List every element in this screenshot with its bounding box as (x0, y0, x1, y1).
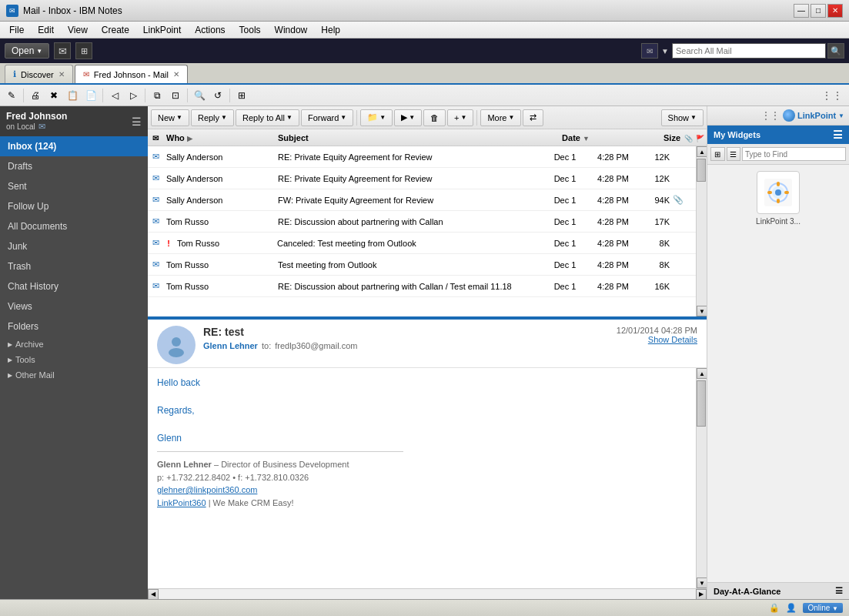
menu-create[interactable]: Create (95, 22, 135, 38)
etb-sync-button[interactable]: ⇄ (523, 109, 543, 126)
menu-edit[interactable]: Edit (32, 22, 60, 38)
menu-help[interactable]: Help (315, 22, 346, 38)
tab-discover-close[interactable]: ✕ (58, 70, 65, 79)
sidebar-item-inbox[interactable]: Inbox (124) (0, 136, 148, 156)
sidebar-item-followup[interactable]: Follow Up (0, 196, 148, 216)
etb-add-button[interactable]: + ▼ (447, 109, 473, 126)
sidebar-item-drafts[interactable]: Drafts (0, 156, 148, 176)
email-row[interactable]: ✉ Tom Russo RE: Discussion about partner… (148, 211, 696, 233)
tb2-more-icon[interactable]: ⋮⋮ (818, 89, 846, 102)
tb2-delete-icon[interactable]: ✖ (45, 88, 62, 103)
tb2-sep1 (23, 89, 24, 102)
tb2-move-icon[interactable]: 📋 (64, 88, 81, 103)
col-header-who[interactable]: Who ▶ (163, 133, 275, 142)
tb2-refresh-icon[interactable]: ↺ (209, 88, 226, 103)
linkpoint-options-icon[interactable]: ⋮⋮ (761, 110, 780, 121)
scroll-thumb[interactable] (697, 159, 706, 182)
scroll-down-arrow[interactable]: ▼ (697, 306, 707, 316)
my-widgets-menu-icon[interactable]: ☰ (833, 129, 843, 141)
etb-folder-icon: 📁 (367, 112, 378, 122)
tab-fred-johnson[interactable]: ✉ Fred Johnson - Mail ✕ (75, 65, 188, 83)
etb-new-arrow: ▼ (176, 114, 182, 121)
widget-list-icon[interactable]: ☰ (727, 147, 741, 161)
search-input[interactable] (672, 43, 826, 59)
etb-reply-button[interactable]: Reply ▼ (191, 109, 234, 126)
email-row[interactable]: ✉ Sally Anderson RE: Private Equity Agre… (148, 168, 696, 189)
sig-title: – Director of Business Development (214, 460, 349, 469)
sidebar-item-alldocs[interactable]: All Documents (0, 216, 148, 236)
linkpoint-brand[interactable]: LinkPoint ▼ (783, 109, 844, 122)
tb2-copy2-icon[interactable]: ⧉ (149, 88, 165, 103)
search-button[interactable]: 🔍 (827, 43, 844, 59)
preview-scroll-left[interactable]: ◀ (148, 589, 159, 600)
minimize-button[interactable]: — (794, 4, 809, 18)
email-row[interactable]: ✉ Sally Anderson RE: Private Equity Agre… (148, 146, 696, 168)
online-badge[interactable]: Online ▼ (803, 603, 843, 613)
widget-grid-icon[interactable]: ⊞ (710, 147, 725, 161)
etb-replyall-button[interactable]: Reply to All ▼ (236, 109, 299, 126)
preview-scroll-down[interactable]: ▼ (697, 578, 707, 588)
close-button[interactable]: ✕ (827, 4, 843, 18)
preview-scroll-thumb[interactable] (697, 380, 706, 427)
etb-show-button[interactable]: Show ▼ (661, 109, 704, 126)
etb-delete-button[interactable]: 🗑 (423, 109, 446, 126)
sidebar-item-trash[interactable]: Trash (0, 256, 148, 276)
tab-discover[interactable]: ℹ Discover ✕ (5, 65, 73, 83)
sig-footer-link[interactable]: LinkPoint360 (157, 498, 206, 507)
col-header-date[interactable]: Date ▼ (553, 133, 599, 142)
preview-scroll-right[interactable]: ▶ (696, 589, 707, 600)
show-details-link[interactable]: Show Details (617, 335, 697, 344)
open-button[interactable]: Open ▼ (5, 43, 49, 59)
tab-mail-icon: ✉ (83, 70, 89, 79)
grid-toolbar-icon[interactable]: ⊞ (75, 42, 92, 59)
tb2-grid-icon[interactable]: ⊞ (233, 88, 250, 103)
menu-linkpoint[interactable]: LinkPoint (137, 22, 187, 38)
etb-new-button[interactable]: New ▼ (151, 109, 189, 126)
col-header-size[interactable]: Size (649, 133, 684, 142)
tb2-new-icon[interactable]: ✎ (3, 88, 20, 103)
menu-tools[interactable]: Tools (233, 22, 267, 38)
tab-fred-close[interactable]: ✕ (173, 70, 179, 79)
tb2-right-icon[interactable]: ▷ (125, 88, 142, 103)
menu-window[interactable]: Window (269, 22, 314, 38)
etb-folder-button[interactable]: 📁 ▼ (360, 109, 393, 126)
email-row[interactable]: ✉ Tom Russo Test meeting from Outlook De… (148, 254, 696, 276)
menu-view[interactable]: View (62, 22, 94, 38)
widget-search-input[interactable] (742, 147, 846, 161)
sidebar-group-tools[interactable]: ▶ Tools (0, 352, 148, 367)
sidebar-item-folders[interactable]: Folders (0, 316, 148, 336)
etb-forward-button[interactable]: Forward ▼ (301, 109, 353, 126)
sidebar-item-sent[interactable]: Sent (0, 176, 148, 196)
email-row[interactable]: ✉ Tom Russo RE: Discussion about partner… (148, 276, 696, 297)
sidebar-group-othermail[interactable]: ▶ Other Mail (0, 367, 148, 383)
tb2-copy-icon[interactable]: 📄 (82, 88, 99, 103)
mail-toolbar-icon[interactable]: ✉ (54, 42, 71, 59)
tb2-zoom-icon[interactable]: 🔍 (191, 88, 208, 103)
email-time: 4:28 PM (588, 152, 638, 162)
tb2-print-icon[interactable]: 🖨 (27, 88, 44, 103)
email-date: Dec 1 (542, 239, 588, 248)
linkpoint3-widget[interactable]: LinkPoint 3... (756, 171, 801, 226)
sidebar-item-junk[interactable]: Junk (0, 236, 148, 256)
preview-scroll-up[interactable]: ▲ (697, 368, 707, 379)
email-date: Dec 1 (542, 282, 588, 291)
sig-email-link[interactable]: glehner@linkpoint360.com (157, 485, 257, 494)
svg-rect-10 (784, 191, 789, 194)
menu-file[interactable]: File (3, 22, 30, 38)
menu-actions[interactable]: Actions (189, 22, 231, 38)
sidebar-group-archive[interactable]: ▶ Archive (0, 336, 148, 352)
tb2-copy3-icon[interactable]: ⊡ (167, 88, 184, 103)
email-row[interactable]: ✉ ! Tom Russo Canceled: Test meeting fro… (148, 233, 696, 254)
sidebar-item-chathistory[interactable]: Chat History (0, 276, 148, 296)
search-envelope-icon[interactable]: ✉ (641, 43, 658, 59)
maximize-button[interactable]: □ (811, 4, 826, 18)
scroll-up-arrow[interactable]: ▲ (697, 146, 707, 157)
etb-play-button[interactable]: ▶ ▼ (394, 109, 422, 126)
sidebar-item-views[interactable]: Views (0, 296, 148, 316)
etb-more-button[interactable]: More ▼ (480, 109, 521, 126)
tb2-left-icon[interactable]: ◁ (106, 88, 123, 103)
email-row[interactable]: ✉ Sally Anderson FW: Private Equity Agre… (148, 189, 696, 211)
day-at-glance-menu-icon[interactable]: ☰ (835, 586, 843, 596)
col-header-subject[interactable]: Subject (275, 133, 553, 142)
sidebar-menu-icon[interactable]: ☰ (132, 116, 142, 128)
